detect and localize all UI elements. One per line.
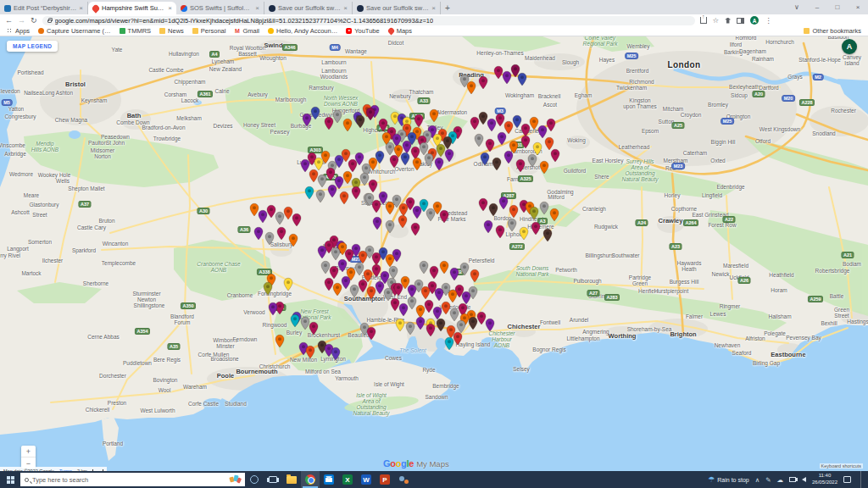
- bookmark-label: Apps: [15, 27, 30, 35]
- address-bar[interactable]: google.com/maps/d/viewer?hl=en&mid=1dQ2l…: [42, 16, 695, 25]
- browser-window: Edit Post “Derbyshire Swift Surv…×Hampsh…: [0, 0, 868, 488]
- new-tab-button[interactable]: +: [441, 2, 454, 14]
- action-center-icon[interactable]: [843, 476, 851, 483]
- chrome-taskbar-icon[interactable]: [301, 471, 320, 488]
- forward-icon[interactable]: →: [18, 14, 25, 26]
- road-badge: A303: [308, 147, 322, 153]
- road-badge: A259: [808, 297, 822, 302]
- bookmark-item[interactable]: Maps: [388, 27, 412, 35]
- bookmark-label: Personal: [201, 27, 226, 35]
- start-button[interactable]: [0, 471, 20, 488]
- bookmark-item[interactable]: Hello, Andy Accoun…: [268, 27, 337, 35]
- file-explorer-taskbar-icon[interactable]: [282, 471, 301, 488]
- lock-icon: [47, 19, 52, 23]
- road-badge: A30: [198, 208, 209, 214]
- road-badge: A228: [799, 100, 814, 106]
- pen-icon[interactable]: ✎: [765, 476, 771, 484]
- bookmark-label: Maps: [397, 27, 412, 35]
- swift-favicon: [269, 5, 275, 12]
- share-icon[interactable]: [700, 17, 707, 24]
- show-desktop-button[interactable]: [860, 471, 863, 488]
- road-badge: A350: [181, 303, 195, 309]
- tab-title: Save our Suffolk swifts | Suffolk V…: [278, 4, 341, 12]
- tab-close-icon[interactable]: ×: [168, 4, 172, 12]
- tab-title: Save our Suffolk swifts | Suffolk V…: [366, 4, 429, 12]
- road-badge: A22: [723, 217, 735, 223]
- minimize-button[interactable]: –: [807, 0, 827, 14]
- cortana-button[interactable]: [245, 471, 264, 488]
- bookmark-star-icon[interactable]: ☆: [713, 16, 720, 25]
- road-badge: A21: [842, 252, 854, 258]
- bookmark-item[interactable]: News: [159, 27, 184, 35]
- tab-title: SOS Swifts | Suffolk Bird Group: [190, 4, 253, 12]
- side-panel-icon[interactable]: [737, 18, 744, 24]
- bookmark-label: Gmail: [242, 27, 259, 35]
- people-taskbar-icon[interactable]: [394, 471, 413, 488]
- word-taskbar-icon[interactable]: W: [357, 471, 376, 488]
- close-button[interactable]: ×: [848, 0, 868, 14]
- other-bookmarks[interactable]: Other bookmarks: [804, 27, 861, 35]
- bookmarks-bar: AppsCapture Username (…TMMRSNewsPersonal…: [0, 26, 868, 36]
- browser-tab[interactable]: Save our Suffolk swifts | Suffolk V…×: [353, 2, 441, 14]
- bookmark-item[interactable]: Apps: [7, 27, 30, 35]
- taskbar-search[interactable]: Type here to search: [20, 473, 245, 486]
- browser-tab[interactable]: SOS Swifts | Suffolk Bird Group×: [176, 2, 264, 14]
- folder-green-icon: [120, 28, 125, 34]
- gmail-icon: M: [234, 28, 240, 34]
- road-badge: M5: [2, 100, 12, 106]
- road-badge: A354: [135, 329, 149, 335]
- wp-favicon: [4, 5, 11, 12]
- road-badge: A343: [323, 175, 337, 180]
- bookmark-item[interactable]: MGmail: [234, 27, 259, 35]
- tab-close-icon[interactable]: ×: [79, 4, 83, 12]
- search-highlights-icon[interactable]: [230, 475, 242, 484]
- menu-kebab-icon[interactable]: ⋮: [765, 16, 772, 25]
- keyboard-shortcuts-link[interactable]: Keyboard shortcuts: [820, 463, 863, 469]
- volume-icon[interactable]: [802, 477, 806, 482]
- road-badge: A272: [509, 244, 524, 250]
- bookmark-item[interactable]: Personal: [192, 27, 226, 35]
- powerpoint-taskbar-icon[interactable]: P: [376, 471, 394, 488]
- bookmark-item[interactable]: YouTube: [346, 27, 379, 35]
- eye-icon: [38, 28, 44, 34]
- road-badge: M2: [813, 75, 823, 80]
- maximize-button[interactable]: □: [827, 0, 848, 14]
- road-badge: A264: [683, 220, 698, 226]
- browser-tab[interactable]: Save our Suffolk swifts | Suffolk V…×: [264, 2, 353, 14]
- file-explorer-icon: [287, 476, 297, 484]
- mail-taskbar-icon[interactable]: [320, 471, 338, 488]
- bookmark-item[interactable]: TMMRS: [120, 27, 152, 35]
- mappin-icon: [387, 27, 395, 36]
- tab-close-icon[interactable]: ×: [343, 4, 348, 12]
- task-view-button[interactable]: [264, 471, 282, 488]
- powerpoint-icon: P: [380, 474, 390, 485]
- tab-search-icon[interactable]: ∨: [787, 0, 807, 14]
- extension-pin-icon[interactable]: [725, 18, 731, 24]
- chrome-icon: [305, 474, 315, 485]
- zoom-in-button[interactable]: +: [21, 446, 36, 458]
- road-badge: A31: [274, 305, 286, 311]
- excel-taskbar-icon[interactable]: X: [338, 471, 357, 488]
- back-icon[interactable]: ←: [5, 14, 13, 26]
- tab-close-icon[interactable]: ×: [255, 4, 259, 12]
- road-badge: M27: [350, 257, 363, 263]
- reload-icon[interactable]: ↻: [31, 14, 37, 26]
- people-icon: [398, 474, 409, 485]
- road-badge: A283: [604, 295, 619, 301]
- weather-widget[interactable]: ☂ Rain to stop: [708, 475, 748, 484]
- profile-avatar[interactable]: A: [750, 16, 759, 25]
- bookmark-item[interactable]: Capture Username (…: [38, 27, 110, 35]
- map-legend-button[interactable]: MAP LEGEND: [7, 41, 58, 52]
- onedrive-cloud-icon[interactable]: ☁: [776, 476, 783, 484]
- tab-close-icon[interactable]: ×: [431, 4, 436, 12]
- road-badge: A338: [257, 269, 271, 275]
- taskbar-clock[interactable]: 11:40 26/05/2022: [812, 473, 837, 486]
- road-badge: A23: [670, 244, 682, 250]
- excel-icon: X: [342, 474, 353, 485]
- road-badge: A24: [636, 220, 648, 226]
- map-canvas[interactable]: PortisheadBristolClevedonNailseaLong Ash…: [0, 36, 868, 471]
- tray-chevron-icon[interactable]: ∧: [755, 476, 760, 484]
- browser-tab[interactable]: Hampshire Swift Survey to 2020×: [88, 2, 176, 14]
- browser-tab[interactable]: Edit Post “Derbyshire Swift Surv…×: [0, 2, 88, 14]
- map-account-avatar[interactable]: A: [842, 39, 857, 54]
